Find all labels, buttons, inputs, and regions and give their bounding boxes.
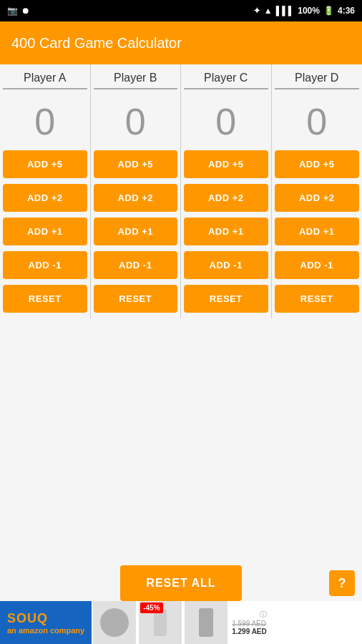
player-b-reset-button[interactable]: RESET [94, 285, 178, 313]
wifi-icon: ▲ [264, 6, 273, 16]
player-a-column: Player A 0 ADD +5 ADD +2 ADD +1 ADD -1 R… [0, 64, 91, 318]
players-grid: Player A 0 ADD +5 ADD +2 ADD +1 ADD -1 R… [0, 64, 362, 318]
bottom-area: RESET ALL ? [0, 565, 362, 601]
player-c-header: Player C [184, 64, 268, 89]
ad-amazon-icon: an amazon company [7, 626, 84, 635]
status-right: ✦ ▲ ▌▌▌ 100% 🔋 4:36 [253, 6, 355, 16]
player-a-score: 0 [34, 89, 55, 150]
player-a-add2-button[interactable]: ADD +2 [3, 184, 87, 212]
player-c-score: 0 [215, 89, 236, 150]
ad-product-3-image [199, 608, 213, 637]
battery-text: 100% [298, 6, 320, 16]
player-d-sub1-button[interactable]: ADD -1 [275, 251, 360, 279]
ad-price2: 1.299 AED [232, 628, 267, 635]
player-c-add5-button[interactable]: ADD +5 [184, 150, 268, 178]
player-c-reset-button[interactable]: RESET [184, 285, 268, 313]
status-left: 📷 ⏺ [7, 6, 30, 16]
player-d-add5-button[interactable]: ADD +5 [275, 150, 360, 178]
signal-icon: ▌▌▌ [276, 6, 295, 16]
player-d-column: Player D 0 ADD +5 ADD +2 ADD +1 ADD -1 R… [272, 64, 363, 318]
player-a-add1-button[interactable]: ADD +1 [3, 218, 87, 245]
ad-tagline: an amazon company [7, 626, 84, 635]
ad-discount-badge: -45% [140, 602, 162, 613]
time: 4:36 [338, 6, 355, 16]
player-c-column: Player C 0 ADD +5 ADD +2 ADD +1 ADD -1 R… [181, 64, 272, 318]
help-button[interactable]: ? [329, 570, 355, 596]
ad-brand: SOUQ [7, 611, 84, 626]
player-b-header: Player B [94, 64, 178, 89]
player-b-add1-button[interactable]: ADD +1 [94, 218, 178, 245]
player-b-sub1-button[interactable]: ADD -1 [94, 251, 178, 279]
player-c-sub1-button[interactable]: ADD -1 [184, 251, 268, 279]
player-c-add2-button[interactable]: ADD +2 [184, 184, 268, 212]
player-d-add1-button[interactable]: ADD +1 [275, 218, 360, 245]
player-d-header: Player D [275, 64, 360, 89]
player-b-add5-button[interactable]: ADD +5 [94, 150, 178, 178]
app-header: 400 Card Game Calculator [0, 21, 362, 64]
player-a-sub1-button[interactable]: ADD -1 [3, 251, 87, 279]
ad-product-3 [185, 601, 228, 644]
ad-info-icon: ⓘ [232, 610, 267, 620]
camera-icon: 📷 [7, 6, 18, 16]
player-d-score: 0 [306, 89, 327, 150]
ad-price-info: ⓘ 1.599 AED 1.299 AED [229, 607, 270, 638]
player-a-header: Player A [3, 64, 87, 89]
status-bar: 📷 ⏺ ✦ ▲ ▌▌▌ 100% 🔋 4:36 [0, 0, 362, 21]
ad-product-1 [93, 601, 136, 644]
player-c-add1-button[interactable]: ADD +1 [184, 218, 268, 245]
ad-price1: 1.599 AED [232, 620, 267, 628]
reset-all-button[interactable]: RESET ALL [120, 565, 241, 601]
player-b-add2-button[interactable]: ADD +2 [94, 184, 178, 212]
ad-images: -45% ⓘ 1.599 AED 1.299 AED [92, 601, 362, 644]
player-d-add2-button[interactable]: ADD +2 [275, 184, 360, 212]
ad-product-1-image [100, 608, 129, 637]
app-title: 400 Card Game Calculator [11, 35, 182, 52]
player-b-score: 0 [125, 89, 146, 150]
player-b-column: Player B 0 ADD +5 ADD +2 ADD +1 ADD -1 R… [91, 64, 182, 318]
record-icon: ⏺ [21, 6, 30, 16]
player-d-reset-button[interactable]: RESET [275, 285, 360, 313]
player-a-reset-button[interactable]: RESET [3, 285, 87, 313]
bluetooth-icon: ✦ [253, 6, 260, 16]
ad-logo: SOUQ an amazon company [0, 608, 92, 638]
ad-banner[interactable]: SOUQ an amazon company -45% ⓘ 1.599 AED … [0, 601, 362, 644]
ad-product-2: -45% [139, 601, 182, 644]
player-a-add5-button[interactable]: ADD +5 [3, 150, 87, 178]
battery-icon: 🔋 [323, 6, 334, 16]
